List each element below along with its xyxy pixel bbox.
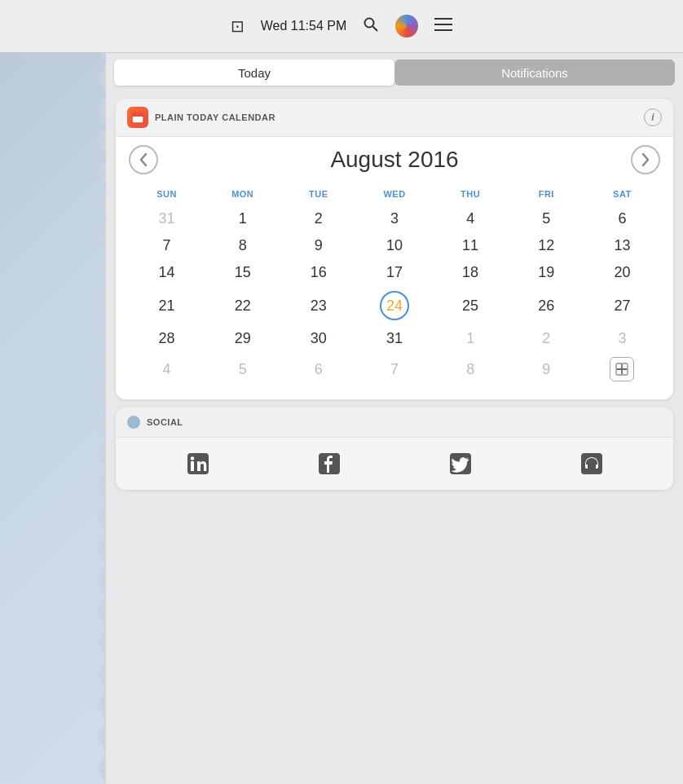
- calendar-day[interactable]: 29: [205, 325, 280, 352]
- calendar-day[interactable]: 22: [205, 286, 280, 325]
- calendar-day[interactable]: 30: [280, 325, 356, 352]
- calendar-day[interactable]: 14: [129, 259, 205, 286]
- weekday-fri: FRI: [509, 186, 584, 205]
- calendar-day[interactable]: 12: [509, 232, 584, 259]
- calendar-day[interactable]: 21: [129, 286, 205, 325]
- calendar-day-other: 9: [509, 352, 584, 386]
- calendar-day[interactable]: 20: [584, 259, 660, 286]
- calendar-week-row-5: 456789: [129, 352, 660, 386]
- calendar-widget-header: PLAIN TODAY CALENDAR i: [116, 99, 673, 137]
- calendar-header-left: PLAIN TODAY CALENDAR: [127, 107, 275, 128]
- calendar-grid: SUN MON TUE WED THU FRI SAT 311234567891…: [129, 186, 660, 386]
- calendar-app-icon: [127, 107, 148, 128]
- background-left: [0, 0, 106, 784]
- calendar-week-row-1: 78910111213: [129, 232, 660, 259]
- social-dot-icon: [127, 416, 140, 429]
- calendar-day[interactable]: 25: [433, 286, 509, 325]
- tab-bar: Today Notifications: [106, 53, 683, 92]
- calendar-day-other: 31: [129, 205, 205, 232]
- social-widget-title: SOCIAL: [147, 417, 183, 427]
- weekday-sat: SAT: [584, 186, 660, 205]
- svg-rect-13: [191, 461, 194, 471]
- content-area: PLAIN TODAY CALENDAR i August 2016: [106, 92, 683, 504]
- calendar-day[interactable]: 16: [280, 259, 356, 286]
- siri-icon[interactable]: [395, 15, 418, 37]
- svg-rect-17: [581, 453, 602, 474]
- calendar-day[interactable]: 11: [433, 232, 509, 259]
- calendar-nav: August 2016: [129, 145, 660, 174]
- social-widget-header: SOCIAL: [116, 407, 673, 438]
- calendar-week-row-4: 28293031123: [129, 325, 660, 352]
- calendar-day[interactable]: 15: [205, 259, 280, 286]
- calendar-body: August 2016 SUN MON TUE WED: [116, 137, 673, 399]
- facebook-icon[interactable]: [313, 447, 346, 480]
- add-event-button[interactable]: [610, 357, 634, 381]
- menu-icon[interactable]: [434, 17, 452, 36]
- linkedin-icon[interactable]: [182, 447, 214, 480]
- weekday-thu: THU: [433, 186, 509, 205]
- calendar-day[interactable]: 5: [509, 205, 584, 232]
- calendar-day-other: 8: [433, 352, 509, 386]
- calendar-day[interactable]: 2: [280, 205, 356, 232]
- calendar-day[interactable]: 10: [356, 232, 432, 259]
- menu-bar: ⊡ Wed 11:54 PM: [0, 0, 683, 53]
- calendar-day-other: 4: [129, 352, 205, 386]
- menu-bar-time: Wed 11:54 PM: [261, 19, 347, 33]
- calendar-day-other: 2: [509, 325, 584, 352]
- prev-month-button[interactable]: [129, 145, 158, 174]
- calendar-day[interactable]: 17: [356, 259, 432, 286]
- tab-notifications[interactable]: Notifications: [394, 59, 675, 86]
- calendar-day[interactable]: 8: [205, 232, 280, 259]
- calendar-day-other: 7: [356, 352, 432, 386]
- calendar-day-other: 3: [584, 325, 660, 352]
- calendar-day-other: 1: [433, 325, 509, 352]
- calendar-day[interactable]: 19: [509, 259, 584, 286]
- calendar-widget-title: PLAIN TODAY CALENDAR: [155, 112, 275, 122]
- weekday-tue: TUE: [280, 186, 356, 205]
- social-icons-row: [116, 438, 673, 490]
- calendar-add-cell: [584, 352, 660, 386]
- calendar-day[interactable]: 13: [584, 232, 660, 259]
- calendar-day[interactable]: 7: [129, 232, 205, 259]
- nc-panel: Today Notifications PLAI: [106, 53, 683, 784]
- calendar-day[interactable]: 4: [433, 205, 509, 232]
- calendar-day[interactable]: 28: [129, 325, 205, 352]
- calendar-day[interactable]: 9: [280, 232, 356, 259]
- calendar-day-other: 6: [280, 352, 356, 386]
- calendar-day[interactable]: 23: [280, 286, 356, 325]
- calendar-week-row-2: 14151617181920: [129, 259, 660, 286]
- weekday-wed: WED: [356, 186, 432, 205]
- calendar-weekday-header-row: SUN MON TUE WED THU FRI SAT: [129, 186, 660, 205]
- social-unknown-icon[interactable]: [575, 447, 608, 480]
- calendar-widget: PLAIN TODAY CALENDAR i August 2016: [116, 99, 673, 399]
- calendar-day[interactable]: 3: [356, 205, 432, 232]
- calendar-day[interactable]: 6: [584, 205, 660, 232]
- svg-rect-6: [132, 113, 143, 117]
- calendar-month-year: August 2016: [330, 147, 458, 173]
- calendar-day-today[interactable]: 24: [356, 286, 432, 325]
- weekday-sun: SUN: [129, 186, 205, 205]
- search-icon[interactable]: [363, 16, 379, 37]
- svg-point-14: [190, 456, 193, 460]
- weekday-mon: MON: [205, 186, 280, 205]
- calendar-day[interactable]: 1: [205, 205, 280, 232]
- svg-point-0: [365, 18, 374, 27]
- social-widget: SOCIAL: [116, 407, 673, 490]
- svg-line-1: [373, 26, 378, 31]
- display-icon: ⊡: [231, 16, 245, 36]
- calendar-week-row-3: 21222324252627: [129, 286, 660, 325]
- calendar-day[interactable]: 27: [584, 286, 660, 325]
- calendar-day-other: 5: [205, 352, 280, 386]
- twitter-icon[interactable]: [444, 447, 477, 480]
- tab-today[interactable]: Today: [114, 59, 394, 86]
- calendar-day[interactable]: 31: [356, 325, 432, 352]
- calendar-info-button[interactable]: i: [644, 108, 662, 126]
- calendar-week-row-0: 31123456: [129, 205, 660, 232]
- next-month-button[interactable]: [631, 145, 660, 174]
- calendar-day[interactable]: 18: [433, 259, 509, 286]
- calendar-day[interactable]: 26: [509, 286, 584, 325]
